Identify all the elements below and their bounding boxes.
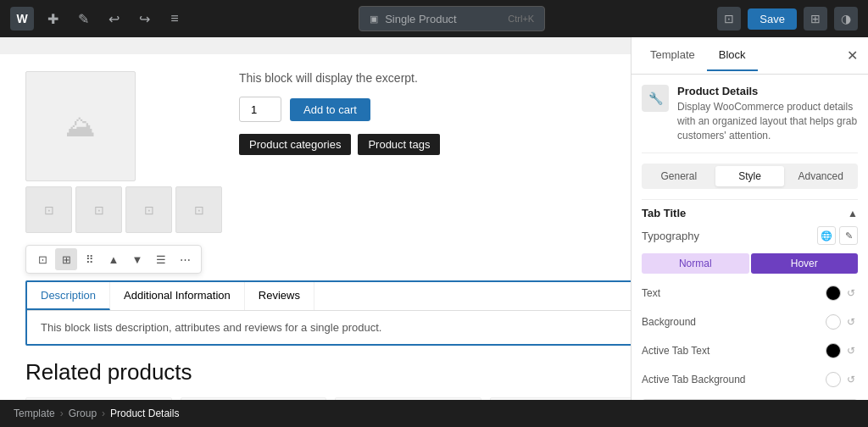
tab-content: This block lists description, attributes… — [27, 311, 631, 344]
text-color-row: Text ↺ — [642, 282, 858, 304]
active-tab-bg-control: ↺ — [826, 372, 858, 387]
undo-button[interactable]: ↩ — [102, 7, 125, 30]
globe-icon[interactable]: 🌐 — [817, 226, 836, 245]
breadcrumb-group[interactable]: Group — [69, 408, 97, 419]
active-tab-bg-row: Active Tab Background ↺ — [642, 369, 858, 391]
thumb-1: ⊡ — [25, 186, 72, 233]
breadcrumb-current: Product Details — [110, 408, 179, 419]
add-block-button[interactable]: ✚ — [41, 7, 64, 30]
active-tab-bg-dot[interactable] — [826, 372, 841, 387]
panel-tabs: Template Block ✕ — [632, 37, 868, 75]
thumb-2: ⊡ — [75, 186, 122, 233]
canvas: ⛰ ⊡ ⊡ ⊡ ⊡ This block will display the ex… — [0, 37, 631, 400]
block-move-down-button[interactable]: ▼ — [126, 248, 148, 270]
state-tab-hover[interactable]: Hover — [751, 253, 859, 274]
breadcrumb-template[interactable]: Template — [14, 408, 55, 419]
thumb-4: ⊡ — [175, 186, 222, 233]
text-color-dot[interactable] — [826, 286, 841, 301]
active-tab-text-reset[interactable]: ↺ — [844, 344, 858, 358]
section-tabs: General Style Advanced — [642, 164, 858, 189]
topbar: W ✚ ✎ ↩ ↪ ≡ ▣ Single Product Ctrl+K ⊡ Sa… — [0, 0, 868, 37]
state-tab-normal[interactable]: Normal — [642, 253, 749, 274]
background-color-reset[interactable]: ↺ — [844, 315, 858, 329]
active-tab-bg-reset[interactable]: ↺ — [844, 373, 858, 386]
typography-label: Typography — [642, 230, 699, 242]
block-align-button[interactable]: ⊞ — [55, 248, 77, 270]
add-to-cart-button[interactable]: Add to cart — [290, 98, 370, 121]
breadcrumb-sep-1: › — [60, 408, 64, 419]
product-tags-button[interactable]: Product tags — [358, 134, 440, 155]
text-color-control: ↺ — [826, 286, 858, 301]
redo-button[interactable]: ↪ — [132, 7, 156, 30]
tools-button[interactable]: ✎ — [71, 7, 95, 30]
tabs-nav: Description Additional Information Revie… — [27, 282, 631, 311]
related-product-4[interactable]: SALE — [490, 397, 632, 400]
topbar-center: ▣ Single Product Ctrl+K — [359, 6, 545, 31]
quantity-input[interactable] — [239, 97, 281, 122]
panel-tab-group: Template Block — [638, 40, 758, 71]
plugin-title: Product Details — [677, 85, 858, 97]
product-layout: ⛰ ⊡ ⊡ ⊡ ⊡ This block will display the ex… — [25, 71, 631, 233]
tab-description[interactable]: Description — [27, 282, 110, 310]
breadcrumb-sep-2: › — [102, 408, 105, 419]
plugin-card: 🔧 Product Details Display WooCommerce pr… — [642, 85, 858, 153]
main-area: ⛰ ⊡ ⊡ ⊡ ⊡ This block will display the ex… — [0, 37, 868, 400]
active-tab-bg-label: Active Tab Background — [642, 374, 746, 385]
settings-toggle-button[interactable]: ⊞ — [804, 7, 827, 30]
related-product-1[interactable]: SALE — [25, 397, 172, 400]
plugin-icon: 🔧 — [642, 85, 669, 112]
product-tags-row: Product categories Product tags — [239, 134, 631, 155]
edit-typography-icon[interactable]: ✎ — [839, 226, 858, 245]
preview-button[interactable]: ⊡ — [717, 7, 741, 30]
section-tab-general[interactable]: General — [644, 166, 714, 186]
text-color-reset[interactable]: ↺ — [844, 286, 858, 300]
section-tab-advanced[interactable]: Advanced — [786, 166, 855, 186]
active-tab-text-row: Active Tab Text ↺ — [642, 340, 858, 362]
list-view-button[interactable]: ≡ — [163, 7, 186, 30]
canvas-page: ⛰ ⊡ ⊡ ⊡ ⊡ This block will display the ex… — [0, 54, 631, 400]
tab-title-section-header[interactable]: Tab Title ▲ — [642, 199, 858, 226]
background-row: Background ↺ — [642, 311, 858, 333]
product-tabs-block: Description Additional Information Revie… — [25, 280, 631, 346]
active-tab-text-label: Active Tab Text — [642, 345, 709, 357]
tab-reviews[interactable]: Reviews — [245, 282, 314, 310]
text-label: Text — [642, 287, 660, 299]
typography-row: Typography 🌐 ✎ — [642, 226, 858, 245]
more-options-button[interactable]: ◑ — [834, 7, 858, 30]
block-icon-button[interactable]: ⊡ — [31, 248, 53, 270]
product-actions: Add to cart — [239, 97, 631, 122]
typography-icons: 🌐 ✎ — [817, 226, 858, 245]
breadcrumb: Template › Group › Product Details — [0, 400, 868, 427]
tab-title-label: Tab Title — [642, 207, 686, 219]
background-color-dot[interactable] — [826, 314, 841, 330]
background-control: ↺ — [826, 314, 858, 330]
product-excerpt: This block will display the excerpt. — [239, 71, 631, 85]
related-product-3[interactable]: SALE — [335, 397, 481, 400]
active-tab-text-dot[interactable] — [826, 343, 841, 358]
block-align-text-button[interactable]: ☰ — [150, 248, 172, 270]
product-main-image: ⛰ — [25, 71, 136, 181]
tab-template[interactable]: Template — [638, 40, 707, 71]
panel-close-button[interactable]: ✕ — [843, 44, 861, 67]
block-drag-button[interactable]: ⠿ — [79, 248, 101, 270]
thumb-3: ⊡ — [125, 186, 172, 233]
block-more-button[interactable]: ⋯ — [174, 248, 196, 270]
save-button[interactable]: Save — [748, 8, 797, 30]
plugin-desc: Display WooCommerce product details with… — [677, 100, 858, 142]
tab-title-chevron: ▲ — [848, 208, 858, 219]
topbar-left: W ✚ ✎ ↩ ↪ ≡ — [10, 7, 186, 30]
block-move-up-button[interactable]: ▲ — [103, 248, 125, 270]
block-toolbar: ⊡ ⊞ ⠿ ▲ ▼ ☰ ⋯ — [25, 245, 202, 274]
related-products-title: Related products — [25, 359, 631, 385]
section-tab-style[interactable]: Style — [715, 166, 785, 186]
search-shortcut: Ctrl+K — [508, 14, 534, 24]
tab-additional-info[interactable]: Additional Information — [110, 282, 245, 310]
tab-title-section: Tab Title ▲ Typography 🌐 ✎ Normal Hover — [642, 199, 858, 391]
product-categories-button[interactable]: Product categories — [239, 134, 351, 155]
search-bar[interactable]: ▣ Single Product Ctrl+K — [359, 6, 545, 31]
related-product-2[interactable]: SALE — [181, 397, 327, 400]
tab-block[interactable]: Block — [707, 40, 758, 71]
product-image-area: ⛰ ⊡ ⊡ ⊡ ⊡ — [25, 71, 222, 233]
wp-logo[interactable]: W — [10, 7, 34, 30]
state-tabs: Normal Hover — [642, 253, 858, 274]
